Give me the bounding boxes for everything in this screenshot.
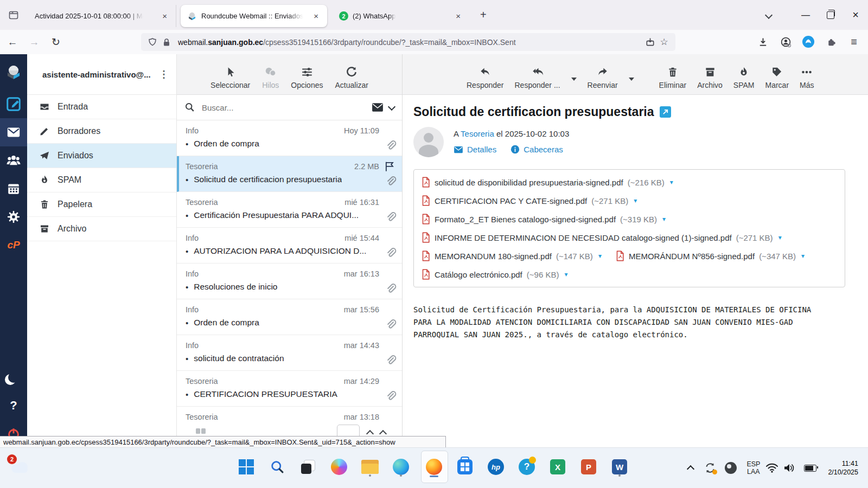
minimize-button[interactable]: — xyxy=(793,4,818,26)
message-row[interactable]: Tesoreriamié 16:31 •Certificación Presup… xyxy=(177,192,402,228)
folder-spam[interactable]: SPAM xyxy=(27,168,176,192)
options-button[interactable]: Opciones xyxy=(291,66,323,89)
new-tab-button[interactable]: + xyxy=(476,9,491,21)
hamburger-menu-icon[interactable]: ≡ xyxy=(845,33,863,50)
tab-roundcube[interactable]: Roundcube Webmail :: Enviados × xyxy=(181,5,327,27)
message-row[interactable]: InfoHoy 11:09 •Orden de compra xyxy=(177,120,402,156)
contacts-icon[interactable] xyxy=(0,146,27,175)
extension-badge-icon[interactable] xyxy=(800,33,817,50)
wifi-icon[interactable] xyxy=(765,463,778,473)
battery-icon[interactable] xyxy=(804,465,816,472)
excel-icon[interactable]: X xyxy=(546,455,570,479)
attachment[interactable]: CERTIFICACION PAC Y CATE-signed.pdf(~271… xyxy=(422,191,637,210)
spam-button[interactable]: SPAM xyxy=(733,66,755,89)
widgets-weather-icon[interactable]: 2 xyxy=(8,455,31,479)
message-row[interactable]: Tesoreriamar 14:29 •CERTIFICACION PRESUP… xyxy=(177,371,402,407)
cpanel-icon[interactable]: cP xyxy=(0,231,27,259)
back-button[interactable]: ← xyxy=(3,33,22,52)
list-all-tabs-icon[interactable] xyxy=(766,10,771,20)
tray-sync-icon[interactable] xyxy=(704,462,716,474)
url-text[interactable]: webmail.sanjuan.gob.ec/cpsess3519415166/… xyxy=(178,38,643,47)
roundcube-logo-icon[interactable] xyxy=(0,59,27,87)
dark-mode-moon-icon[interactable] xyxy=(0,363,27,391)
attachment[interactable]: MEMORÁNDUM Nº856-signed.pdf(~347 KB)▾ xyxy=(616,247,805,265)
search-options-chevron-icon[interactable] xyxy=(388,102,395,110)
word-icon[interactable]: W xyxy=(608,455,631,479)
forward-button[interactable]: Reenviar xyxy=(588,66,618,89)
save-page-icon[interactable] xyxy=(643,35,657,49)
tray-chevron-up-icon[interactable] xyxy=(681,464,700,472)
volume-icon[interactable] xyxy=(783,463,795,473)
select-button[interactable]: Seleccionar xyxy=(210,66,250,89)
forward-dropdown-caret[interactable] xyxy=(629,78,634,81)
folder-borradores[interactable]: Borradores xyxy=(27,119,176,144)
taskbar-search-icon[interactable] xyxy=(265,455,289,479)
task-view-icon[interactable] xyxy=(296,455,320,479)
folder-options-kebab-icon[interactable]: ⋮ xyxy=(157,68,171,80)
attachment[interactable]: solicitud de disponibilidad presupuestar… xyxy=(422,173,673,191)
attachment-menu-caret[interactable]: ▾ xyxy=(598,252,602,260)
extensions-puzzle-icon[interactable] xyxy=(822,33,840,50)
help-icon[interactable]: ? xyxy=(0,391,27,420)
reply-all-button[interactable]: Responder ... xyxy=(515,66,560,89)
delete-button[interactable]: Eliminar xyxy=(659,66,687,89)
folder-entrada[interactable]: Entrada xyxy=(27,95,176,119)
attachment[interactable]: Catálogo electrónico.pdf(~96 KB)▾ xyxy=(422,265,567,284)
copilot-icon[interactable] xyxy=(327,455,351,479)
url-bar[interactable]: webmail.sanjuan.gob.ec/cpsess3519415166/… xyxy=(141,33,675,51)
firefox-view-icon[interactable] xyxy=(5,7,22,23)
reply-button[interactable]: Responder xyxy=(467,66,504,89)
attachment-menu-caret[interactable]: ▾ xyxy=(564,271,567,278)
archive-button[interactable]: Archivo xyxy=(697,66,723,89)
tab-whatsapp[interactable]: 2 (2) WhatsApp × xyxy=(333,5,469,27)
start-button[interactable] xyxy=(234,455,258,479)
clock[interactable]: 11:412/10/2025 xyxy=(828,459,858,477)
attachment-menu-caret[interactable]: ▾ xyxy=(662,215,666,223)
open-in-new-window-icon[interactable] xyxy=(660,106,671,118)
powerpoint-icon[interactable]: P xyxy=(577,455,601,479)
message-row[interactable]: Infomar 15:56 •Orden de compra xyxy=(177,299,402,335)
reload-button[interactable]: ↻ xyxy=(47,33,65,52)
file-explorer-icon[interactable] xyxy=(358,455,382,479)
restore-button[interactable] xyxy=(818,4,843,26)
message-row[interactable]: Infomar 14:43 •solicitud de contratación xyxy=(177,335,402,371)
folder-archivo[interactable]: Archivo xyxy=(27,217,176,241)
downloads-icon[interactable] xyxy=(754,33,771,50)
settings-gear-icon[interactable] xyxy=(0,203,27,231)
hp-support-icon[interactable]: ? xyxy=(515,455,539,479)
mark-button[interactable]: Marcar xyxy=(765,66,789,89)
message-row[interactable]: Infomar 16:13 •Resoluciones de inicio xyxy=(177,264,402,299)
details-link[interactable]: Detalles xyxy=(454,145,496,154)
close-button[interactable]: × xyxy=(843,4,868,26)
attachment-menu-caret[interactable]: ▾ xyxy=(634,197,637,204)
calendar-icon[interactable] xyxy=(0,175,27,203)
attachment-menu-caret[interactable]: ▾ xyxy=(778,234,782,241)
attachment[interactable]: INFORME DE DETERMINACION DE NECESIDAD ca… xyxy=(422,228,782,247)
attachment[interactable]: MEMORANDUM 180-signed.pdf(~147 KB)▾ xyxy=(422,247,602,265)
folder-enviados[interactable]: Enviados xyxy=(27,144,176,168)
tab-close-icon[interactable]: × xyxy=(159,10,170,22)
headers-link[interactable]: Cabeceras xyxy=(510,145,563,154)
tab-close-icon[interactable]: × xyxy=(452,10,464,22)
account-icon[interactable] xyxy=(777,33,794,50)
message-row[interactable]: Infomié 15:44 •AUTORIZACION PARA LA ADQU… xyxy=(177,228,402,264)
attachment-menu-caret[interactable]: ▾ xyxy=(801,252,805,260)
hp-icon[interactable]: hp xyxy=(484,455,508,479)
mail-icon[interactable] xyxy=(0,118,27,146)
edge-icon[interactable] xyxy=(389,455,413,479)
keyboard-language-indicator[interactable]: ESPLAA xyxy=(746,460,760,476)
message-row-selected[interactable]: Tesoreria2.2 MB •Solicitud de certificac… xyxy=(177,156,402,192)
search-scope-envelope-icon[interactable] xyxy=(372,102,384,112)
microsoft-store-icon[interactable] xyxy=(453,455,477,479)
tab-close-icon[interactable]: × xyxy=(310,10,322,22)
attachment-menu-caret[interactable]: ▾ xyxy=(670,178,673,186)
tab-activity[interactable]: Actividad 2025-10-01 08:00:00 | Mo × xyxy=(28,5,176,27)
bookmark-star-icon[interactable]: ☆ xyxy=(657,35,671,49)
compose-icon[interactable] xyxy=(0,90,27,118)
shield-icon[interactable] xyxy=(145,35,159,49)
tray-device-icon[interactable] xyxy=(720,462,741,474)
refresh-button[interactable]: Actualizar xyxy=(335,66,368,89)
folder-papelera[interactable]: Papelera xyxy=(27,192,176,217)
threads-button[interactable]: Hilos xyxy=(262,66,279,89)
firefox-icon[interactable] xyxy=(422,455,446,479)
